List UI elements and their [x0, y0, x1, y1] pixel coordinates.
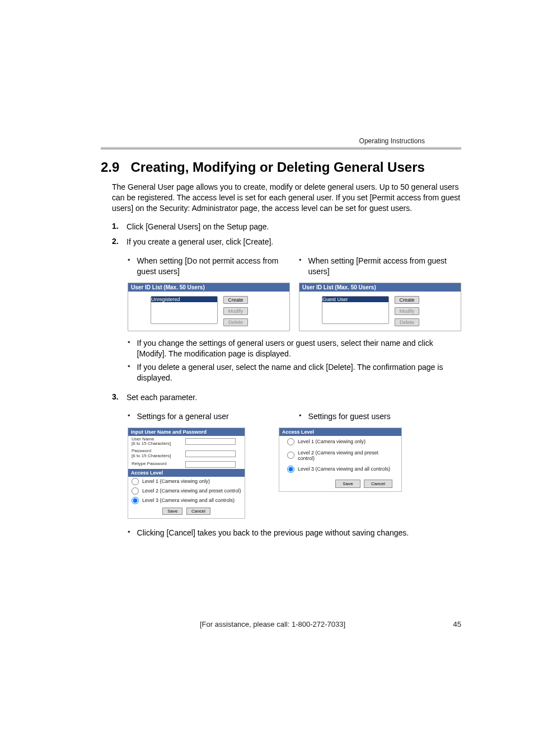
section-intro: The General User page allows you to crea…: [112, 182, 461, 214]
guest-level-3-label: Level 3 (Camera viewing and all controls…: [298, 466, 390, 472]
user-id-list-left-select[interactable]: Unregistered: [151, 296, 218, 324]
guest-level-2-label: Level 2 (Camera viewing and preset contr…: [298, 450, 394, 461]
footer-assistance: [For assistance, please call: 1-800-272-…: [101, 620, 444, 628]
user-id-list-left-body: Unregistered Create Modify Delete: [128, 292, 289, 331]
guest-button-row: Save Cancel: [279, 477, 401, 491]
user-id-list-right-title: User ID List (Max. 50 Users): [299, 283, 461, 292]
page-footer: [For assistance, please call: 1-800-272-…: [101, 620, 461, 628]
steps-list: 1. Click [General Users] on the Setup pa…: [112, 222, 461, 248]
modify-button: Modify: [395, 307, 419, 315]
sub-bullet-delete: • If you delete a general user, select t…: [128, 362, 461, 383]
delete-button: Delete: [223, 318, 248, 326]
bullet-icon: •: [299, 256, 302, 277]
cancel-note-wrap: • Clicking [Cancel] takes you back to th…: [128, 528, 461, 538]
settings-label-guest-text: Settings for guest users: [308, 411, 391, 422]
guest-level-2-row: Level 2 (Camera viewing and preset contr…: [279, 448, 401, 463]
guest-level-1-row: Level 1 (Camera viewing only): [279, 436, 401, 448]
permit-mode-left: • When setting [Do not permit access fro…: [128, 256, 290, 277]
step-2-text: If you create a general user, click [Cre…: [127, 237, 461, 248]
cancel-note-bullet: • Clicking [Cancel] takes you back to th…: [128, 528, 461, 538]
settings-label-guest: • Settings for guest users: [299, 411, 461, 422]
user-id-list-left: User ID List (Max. 50 Users) Unregistere…: [128, 283, 290, 331]
steps-list-2: 3. Set each parameter.: [112, 392, 461, 403]
bullet-icon: •: [128, 528, 130, 538]
settings-label-general-text: Settings for a general user: [137, 411, 229, 422]
section-title-text: Creating, Modifying or Deleting General …: [130, 159, 424, 175]
permit-mode-row: • When setting [Do not permit access fro…: [128, 256, 461, 277]
sub-bullet-modify: • If you change the settings of general …: [128, 338, 461, 359]
general-retype-input[interactable]: [185, 461, 236, 468]
guest-user-settings-panel: Access Level Level 1 (Camera viewing onl…: [279, 428, 402, 492]
save-button[interactable]: Save: [162, 508, 182, 515]
bullet-icon: •: [128, 411, 130, 422]
footer-page-number: 45: [444, 620, 461, 628]
user-id-list-right-select[interactable]: Guest User: [322, 296, 389, 324]
guest-level-2-radio[interactable]: [287, 452, 294, 459]
user-id-list-right-buttons: Create Modify Delete: [395, 296, 419, 326]
header-rule-top: [101, 147, 461, 148]
general-level-1-row: Level 1 (Camera viewing only): [128, 477, 245, 486]
step-2-number: 2.: [112, 237, 127, 246]
general-username-row: User Name [6 to 15 Characters]: [128, 436, 245, 448]
step-2: 2. If you create a general user, click […: [112, 237, 461, 248]
page-content: 2.9 Creating, Modifying or Deleting Gene…: [0, 134, 534, 538]
general-level-2-radio[interactable]: [132, 487, 139, 495]
step-1-text: Click [General Users] on the Setup page.: [127, 222, 461, 233]
general-button-row: Save Cancel: [128, 505, 245, 518]
user-id-list-row: User ID List (Max. 50 Users) Unregistere…: [128, 283, 461, 331]
general-level-1-label: Level 1 (Camera viewing only): [142, 478, 210, 484]
general-level-3-row: Level 3 (Camera viewing and all controls…: [128, 496, 245, 505]
general-password-input[interactable]: [185, 450, 236, 457]
sub-bullet-modify-text: If you change the settings of general us…: [137, 338, 461, 359]
general-level-2-label: Level 2 (Camera viewing and preset contr…: [142, 488, 241, 494]
permit-mode-right: • When setting [Permit access from guest…: [299, 256, 461, 277]
step-3-text: Set each parameter.: [127, 392, 461, 403]
step-1-number: 1.: [112, 222, 127, 231]
header-rule-bottom: [101, 148, 461, 149]
user-id-list-left-option[interactable]: Unregistered: [151, 297, 217, 303]
general-username-label: User Name [6 to 15 Characters]: [132, 437, 182, 447]
general-panel-header: Input User Name and Password: [128, 428, 245, 436]
guest-panel-header: Access Level: [279, 428, 401, 436]
settings-labels-row: • Settings for a general user • Settings…: [128, 411, 461, 422]
delete-button: Delete: [395, 318, 419, 326]
step-3-number: 3.: [112, 392, 127, 401]
general-password-label: Password [6 to 15 Characters]: [132, 449, 182, 459]
general-level-2-row: Level 2 (Camera viewing and preset contr…: [128, 486, 245, 496]
general-username-input[interactable]: [185, 438, 236, 445]
bullet-icon: •: [128, 362, 130, 383]
guest-level-3-row: Level 3 (Camera viewing and all controls…: [279, 463, 401, 475]
bullet-icon: •: [128, 256, 130, 277]
guest-level-3-radio[interactable]: [287, 466, 294, 473]
create-button[interactable]: Create: [223, 296, 248, 304]
bullet-icon: •: [299, 411, 302, 422]
user-id-list-right-body: Guest User Create Modify Delete: [299, 292, 461, 331]
user-id-list-right: User ID List (Max. 50 Users) Guest User …: [299, 283, 461, 331]
general-level-1-radio[interactable]: [132, 478, 139, 485]
sub-bullet-delete-text: If you delete a general user, select the…: [137, 362, 461, 383]
create-button[interactable]: Create: [395, 296, 419, 304]
cancel-note-text: Clicking [Cancel] takes you back to the …: [137, 528, 409, 538]
general-level-3-label: Level 3 (Camera viewing and all controls…: [142, 497, 235, 503]
step-1: 1. Click [General Users] on the Setup pa…: [112, 222, 461, 233]
permit-mode-left-text: When setting [Do not permit access from …: [137, 256, 290, 277]
header-product-label: Operating Instructions: [359, 137, 425, 145]
guest-level-1-radio[interactable]: [287, 438, 294, 445]
save-button[interactable]: Save: [335, 480, 360, 488]
step-2-sub-bullets: • If you change the settings of general …: [128, 338, 461, 384]
general-level-3-radio[interactable]: [132, 497, 139, 504]
user-id-list-right-option[interactable]: Guest User: [322, 297, 388, 303]
modify-button: Modify: [223, 307, 248, 315]
bullet-icon: •: [128, 338, 130, 359]
general-retype-row: Retype Password: [128, 460, 245, 469]
cancel-button[interactable]: Cancel: [186, 508, 210, 515]
user-id-list-left-buttons: Create Modify Delete: [223, 296, 248, 326]
section-title: 2.9 Creating, Modifying or Deleting Gene…: [101, 159, 461, 175]
settings-label-general: • Settings for a general user: [128, 411, 290, 422]
permit-mode-right-text: When setting [Permit access from guest u…: [308, 256, 461, 277]
manual-page: Operating Instructions 2.9 Creating, Mod…: [0, 0, 534, 756]
general-access-level-header: Access Level: [128, 469, 245, 477]
general-user-settings-panel: Input User Name and Password User Name […: [128, 428, 245, 519]
section-number: 2.9: [101, 159, 119, 175]
cancel-button[interactable]: Cancel: [364, 480, 392, 488]
